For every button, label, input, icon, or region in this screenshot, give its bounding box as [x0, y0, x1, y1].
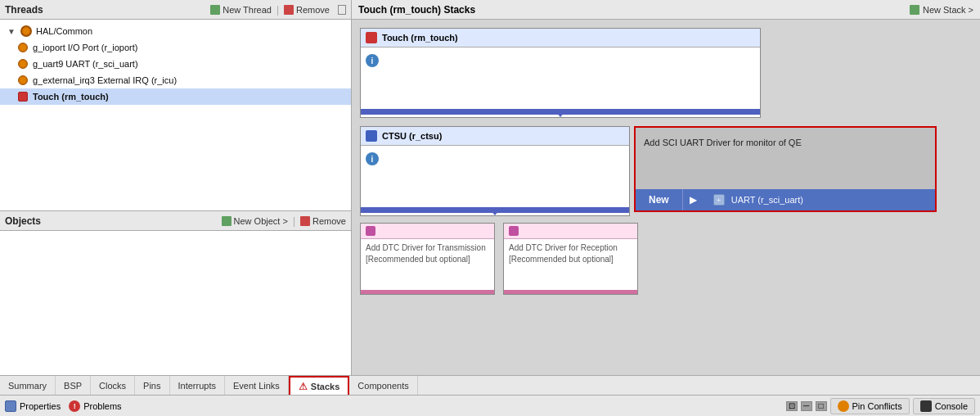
problems-button[interactable]: ! Problems — [69, 400, 121, 412]
remove-object-icon — [300, 216, 310, 226]
ctsu-block-header: CTSU (r_ctsu) — [361, 127, 629, 146]
properties-button[interactable]: Properties — [5, 400, 61, 412]
tab-bsp[interactable]: BSP — [56, 376, 91, 395]
status-bar: Properties ! Problems ⊡ ─ □ Pin Conflict… — [0, 395, 980, 416]
ctsu-block[interactable]: CTSU (r_ctsu) i — [360, 126, 630, 216]
threads-tree: ▼ HAL/Common g_ioport I/O Port (r_ioport… — [0, 20, 351, 211]
sci-uart-label: Add SCI UART Driver for monitor of QE — [636, 128, 935, 153]
tab-clocks[interactable]: Clocks — [91, 376, 135, 395]
remove-object-button[interactable]: Remove — [300, 216, 346, 226]
console-icon — [920, 400, 932, 412]
dtc-tx-header — [361, 224, 494, 239]
dtc-rx-body: Add DTC Driver for Reception [Recommende… — [504, 239, 637, 269]
threads-header: Threads New Thread | Remove — [0, 0, 351, 20]
console-button[interactable]: Console — [913, 398, 975, 414]
stacks-canvas: Touch (rm_touch) i CTSU (r_ctsu) i — [352, 20, 980, 375]
pin-conflicts-button[interactable]: Pin Conflicts — [830, 398, 910, 414]
stacks-tab-error-icon: ⚠ — [299, 381, 308, 392]
irq3-icon — [16, 74, 29, 87]
hal-icon — [20, 25, 33, 38]
new-object-icon — [222, 216, 232, 226]
irq3-label: g_external_irq3 External IRQ (r_icu) — [33, 75, 177, 85]
touch-info-icon[interactable]: i — [366, 54, 379, 67]
tree-item-ioport[interactable]: g_ioport I/O Port (r_ioport) — [0, 39, 351, 56]
tree-item-irq3[interactable]: g_external_irq3 External IRQ (r_icu) — [0, 72, 351, 88]
uart9-icon — [16, 57, 29, 70]
sci-uart-popup: Add SCI UART Driver for monitor of QE Ne… — [634, 126, 937, 212]
new-stack-button[interactable]: New Stack > — [910, 5, 973, 15]
tree-item-hal-common[interactable]: ▼ HAL/Common — [0, 23, 351, 39]
ctsu-block-label: CTSU (r_ctsu) — [382, 131, 442, 141]
dtc-rx-bar — [504, 290, 637, 294]
tab-event-links[interactable]: Event Links — [225, 376, 289, 395]
ctsu-block-body: i — [361, 146, 629, 213]
tab-components[interactable]: Components — [349, 376, 417, 395]
collapse-icon[interactable]: ─ — [801, 401, 812, 411]
hal-label: HAL/Common — [36, 26, 92, 36]
tree-item-touch[interactable]: Touch (rm_touch) — [0, 88, 351, 105]
touch-block-body: i — [361, 47, 760, 115]
remove-thread-button[interactable]: Remove — [284, 5, 330, 15]
objects-panel: Objects New Object > | Remove — [0, 211, 351, 375]
new-thread-button[interactable]: New Thread — [210, 5, 272, 15]
objects-actions: New Object > | Remove — [222, 215, 346, 227]
ioport-icon — [16, 41, 29, 54]
bottom-tabs: Summary BSP Clocks Pins Interrupts Event… — [0, 375, 980, 395]
touch-block-label: Touch (rm_touch) — [382, 33, 458, 43]
expand-icon: ▼ — [7, 26, 16, 36]
properties-icon — [5, 400, 16, 412]
restore-icon[interactable]: ⊡ — [786, 401, 798, 411]
uart-chip-icon: + — [713, 194, 725, 206]
ioport-label: g_ioport I/O Port (r_ioport) — [33, 43, 137, 52]
new-object-button[interactable]: New Object > — [222, 216, 288, 226]
ctsu-arrow — [490, 210, 500, 215]
touch-main-block[interactable]: Touch (rm_touch) i — [360, 28, 761, 118]
pin-conflicts-icon — [838, 400, 849, 412]
dtc-tx-block[interactable]: Add DTC Driver for Transmission [Recomme… — [360, 223, 495, 295]
max-icon[interactable]: □ — [816, 401, 827, 411]
remove-thread-icon — [284, 5, 294, 15]
uart9-label: g_uart9 UART (r_sci_uart) — [33, 59, 138, 69]
right-panel: Touch (rm_touch) Stacks New Stack > Touc… — [352, 0, 980, 375]
problems-icon: ! — [69, 400, 80, 412]
dtc-tx-icon — [366, 226, 375, 236]
touch-icon — [16, 90, 29, 103]
new-button[interactable]: New — [636, 189, 682, 210]
left-panel: Threads New Thread | Remove ▼ — [0, 0, 352, 375]
dtc-rx-icon — [509, 226, 519, 236]
uart-chip-label: UART (r_sci_uart) — [731, 195, 803, 205]
tree-item-uart9[interactable]: g_uart9 UART (r_sci_uart) — [0, 56, 351, 72]
threads-actions: New Thread | Remove — [210, 4, 346, 16]
touch-block-header: Touch (rm_touch) — [361, 29, 760, 47]
objects-tree — [0, 231, 351, 375]
page-icon — [338, 5, 346, 15]
ctsu-block-icon — [366, 130, 377, 142]
tab-interrupts[interactable]: Interrupts — [170, 376, 225, 395]
new-thread-icon — [210, 5, 220, 15]
stacks-title: Touch (rm_touch) Stacks — [358, 4, 475, 16]
tab-summary[interactable]: Summary — [0, 376, 56, 395]
tab-stacks[interactable]: ⚠ Stacks — [289, 376, 349, 395]
uart-chip[interactable]: + UART (r_sci_uart) — [704, 189, 935, 210]
objects-title: Objects — [5, 215, 41, 227]
ctsu-info-icon[interactable]: i — [366, 152, 379, 165]
dtc-rx-header — [504, 224, 637, 239]
threads-title: Threads — [5, 4, 43, 16]
touch-label: Touch (rm_touch) — [33, 92, 109, 102]
objects-header: Objects New Object > | Remove — [0, 211, 351, 231]
stacks-header: Touch (rm_touch) Stacks New Stack > — [352, 0, 980, 20]
tab-pins[interactable]: Pins — [135, 376, 169, 395]
touch-arrow — [555, 111, 565, 117]
dtc-rx-block[interactable]: Add DTC Driver for Reception [Recommende… — [503, 223, 638, 295]
touch-block-icon — [366, 32, 377, 43]
new-arrow-button[interactable]: ▶ — [682, 189, 704, 210]
new-stack-icon — [910, 5, 919, 15]
dtc-tx-body: Add DTC Driver for Transmission [Recomme… — [361, 239, 494, 269]
dtc-tx-bar — [361, 290, 494, 294]
new-uart-row: New ▶ + UART (r_sci_uart) — [636, 189, 935, 210]
status-right-area: ⊡ ─ □ Pin Conflicts Console — [786, 398, 976, 414]
